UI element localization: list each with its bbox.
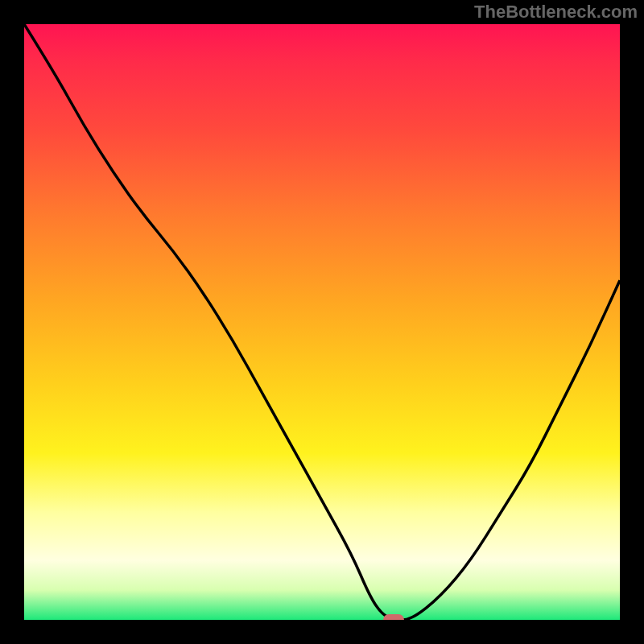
- bottleneck-curve: [24, 24, 620, 620]
- chart-frame: TheBottleneck.com: [0, 0, 644, 644]
- optimal-point-marker: [383, 614, 404, 620]
- watermark-text: TheBottleneck.com: [474, 2, 638, 23]
- plot-area: [24, 24, 620, 620]
